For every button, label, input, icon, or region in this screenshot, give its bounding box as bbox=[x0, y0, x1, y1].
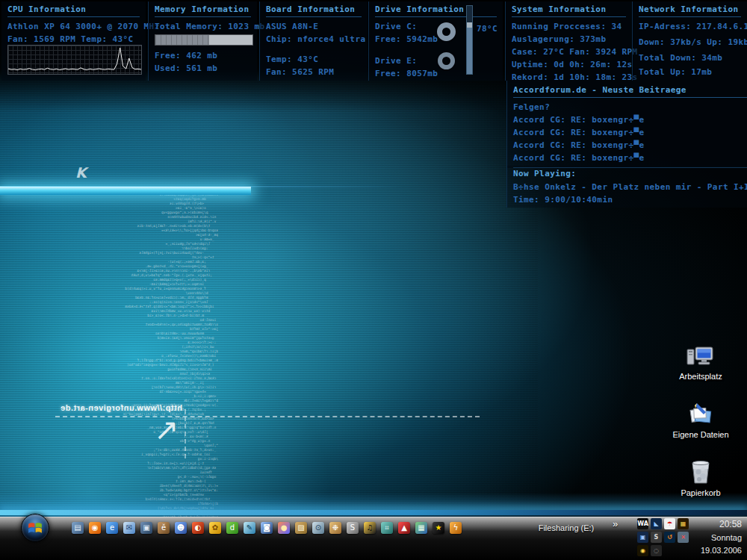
memory-used: Used: 561 mb bbox=[155, 63, 251, 73]
media-player-tray-icon[interactable]: ◣ bbox=[651, 518, 662, 529]
cpu-panel: CPU Information Athlon XP 64 3000+ @ 207… bbox=[1, 1, 146, 81]
search-doc-icon[interactable]: ⊙ bbox=[312, 522, 324, 534]
cpu-panel-title: CPU Information bbox=[7, 4, 140, 17]
wallpaper-dashed-vline bbox=[185, 409, 186, 458]
clock-day: Sonntag bbox=[698, 533, 742, 542]
system-pagefile: Auslagerung: 373mb bbox=[512, 34, 626, 44]
network-panel: Network Information IP-Adress: 217.84.6.… bbox=[632, 1, 747, 81]
start-button[interactable] bbox=[21, 514, 49, 542]
forum-item: Accord CG: RE: boxengr÷▀e bbox=[513, 153, 747, 163]
task-button-filesharing[interactable]: Filesharing (E:) bbox=[524, 520, 608, 535]
drive-e-label: Drive E: bbox=[375, 56, 497, 66]
winamp-agent-icon[interactable]: WA bbox=[637, 518, 648, 529]
my-documents-icon bbox=[666, 400, 735, 427]
avira-antivir-icon[interactable]: ☂ bbox=[664, 518, 675, 529]
drive-thermometer-cap bbox=[467, 22, 472, 28]
board-temp: Temp: 43°C bbox=[266, 55, 362, 64]
forum-item: Accord CG: RE: boxengr÷▀e bbox=[513, 128, 747, 137]
desktop-icon-label: Arbeitsplatz bbox=[666, 372, 735, 381]
firefox-icon[interactable]: ◉ bbox=[89, 522, 101, 534]
forum-item: Felgen? bbox=[513, 102, 747, 112]
now-playing-title: Now Playing: bbox=[513, 169, 747, 178]
desktop: etkmke/d(;"kj_)vsppb:pdmuo>.i dm:e<gfikp… bbox=[0, 0, 747, 560]
my-computer-icon bbox=[666, 342, 735, 369]
palette-icon[interactable]: ❉ bbox=[329, 522, 341, 534]
network-speed: Down: 37kb/s Up: 19kb/s bbox=[639, 37, 741, 47]
desktop-icon-eigene-dateien[interactable]: Eigene Dateien bbox=[666, 400, 735, 439]
star-award-icon[interactable]: ★ bbox=[433, 522, 444, 534]
system-tray: WA◣☂▦▣S↺✕◉◌ bbox=[637, 518, 700, 556]
viewer-icon[interactable]: ⌗ bbox=[381, 522, 393, 534]
sync-arrows-icon[interactable]: ↺ bbox=[664, 532, 675, 543]
clock-date: 19.03.2006 bbox=[698, 546, 742, 555]
memory-usage-bar-fill bbox=[155, 35, 209, 45]
drive-panel: Drive Information Drive C: Free: 5942mb … bbox=[368, 1, 503, 81]
city-photo-icon[interactable]: ▦ bbox=[415, 522, 427, 534]
color-sphere-icon[interactable]: ● bbox=[278, 522, 290, 534]
drive-c-gauge bbox=[437, 22, 456, 41]
now-playing-time: Time: 9:00/10:40min bbox=[513, 195, 747, 205]
flash-tool-icon[interactable]: ϟ bbox=[450, 522, 462, 534]
wallpaper-arrow-glyph: ↗ bbox=[154, 412, 179, 447]
clock-time: 20:58 bbox=[698, 519, 742, 529]
toolbar-chevron-icon[interactable]: » bbox=[613, 518, 618, 529]
network-total-up: Total Up: 17mb bbox=[639, 67, 741, 77]
lan-network-icon[interactable]: ▣ bbox=[637, 532, 648, 543]
gray-s-icon[interactable]: S bbox=[347, 522, 359, 534]
drive-c-free: Free: 5942mb bbox=[375, 34, 497, 44]
system-uptime: Uptime: 0d 0h: 26m: 12s bbox=[512, 60, 626, 69]
forum-title: Accordforum.de - Neuste Beitraege bbox=[513, 85, 747, 98]
desktop-icon-label: Eigene Dateien bbox=[666, 430, 735, 439]
messenger-icon[interactable]: ☻ bbox=[175, 522, 187, 534]
rocket-icon[interactable]: ▲ bbox=[398, 522, 410, 534]
cpu-usage-graph bbox=[7, 45, 142, 75]
memory-free: Free: 462 mb bbox=[155, 51, 251, 60]
wallpaper-dashed-line bbox=[55, 416, 480, 417]
wallpaper-mirrored-url: http://www.unforgiven-art.de bbox=[55, 403, 182, 412]
now-playing-widget: Now Playing: B÷hse Onkelz - Der Platz ne… bbox=[506, 166, 747, 208]
modem-status-icon[interactable]: ◌ bbox=[651, 545, 662, 556]
cpu-fan-temp: Fan: 1569 RPM Temp: 43°C bbox=[7, 34, 140, 44]
nero-burn-icon[interactable]: ◐ bbox=[192, 522, 204, 534]
desktop-icon-papierkorb[interactable]: Papierkorb bbox=[666, 458, 735, 497]
chip-monitor-icon[interactable]: ▦ bbox=[678, 518, 689, 529]
folder-icon[interactable]: ▨ bbox=[295, 522, 307, 534]
drive-panel-title: Drive Information bbox=[375, 4, 497, 17]
icq-icon[interactable]: ✿ bbox=[209, 522, 221, 534]
emule-icon[interactable]: ĕ bbox=[158, 522, 170, 534]
volume-speaker-icon[interactable]: ◉ bbox=[637, 545, 648, 556]
system-processes: Running Procceses: 34 bbox=[512, 22, 626, 31]
forum-item: Accord CG: RE: boxengr÷▀e bbox=[513, 115, 747, 125]
internet-explorer-icon[interactable]: e bbox=[106, 522, 118, 534]
desktop-icon-arbeitsplatz[interactable]: Arbeitsplatz bbox=[666, 342, 735, 381]
memory-total: Total Memory: 1023 mb bbox=[155, 22, 251, 31]
remote-desktop-icon[interactable]: ▣ bbox=[140, 522, 152, 534]
display-error-icon[interactable]: ✕ bbox=[678, 532, 689, 543]
wallpaper-bottom-line bbox=[0, 510, 747, 515]
network-ip: IP-Adress: 217.84.6.129 bbox=[639, 22, 741, 31]
music-keys-icon[interactable]: ♫ bbox=[364, 522, 376, 534]
forum-widget: Accordforum.de - Neuste Beitraege Felgen… bbox=[506, 81, 747, 168]
board-fan: Fan: 5625 RPM bbox=[266, 67, 362, 77]
quicklaunch-bar: ▤◉e✉▣ĕ☻◐✿d✎◙●▨⊙❉S♫⌗▲▦★ϟ bbox=[72, 522, 462, 534]
board-panel: Board Information ASUS A8N-E Chip: nforc… bbox=[259, 1, 368, 81]
memory-panel-title: Memory Information bbox=[155, 4, 251, 17]
camera-tool-icon[interactable]: ◙ bbox=[261, 522, 273, 534]
quill-pen-icon[interactable]: ✎ bbox=[244, 522, 255, 534]
system-panel-title: System Information bbox=[512, 4, 626, 17]
system-case: Case: 27°C Fan: 3924 RPM bbox=[512, 47, 626, 57]
drive-thermometer-fill bbox=[467, 27, 472, 74]
outlook-express-icon[interactable]: ✉ bbox=[123, 522, 135, 534]
recycle-bin-icon bbox=[666, 458, 735, 485]
cpu-model: Athlon XP 64 3000+ @ 2070 MHz bbox=[7, 22, 140, 31]
dc-client-icon[interactable]: S bbox=[651, 532, 662, 543]
show-desktop-icon[interactable]: ▤ bbox=[72, 522, 84, 534]
memory-usage-bar bbox=[155, 34, 253, 46]
wallpaper-beam bbox=[0, 187, 251, 195]
drive-temp-label: 78°C bbox=[477, 24, 498, 34]
system-panel: System Information Running Procceses: 34… bbox=[505, 1, 632, 81]
memory-panel: Memory Information Total Memory: 1023 mb… bbox=[148, 1, 257, 81]
green-tool-icon[interactable]: d bbox=[226, 522, 238, 534]
board-model: ASUS A8N-E bbox=[266, 22, 362, 31]
network-panel-title: Network Information bbox=[639, 4, 741, 17]
